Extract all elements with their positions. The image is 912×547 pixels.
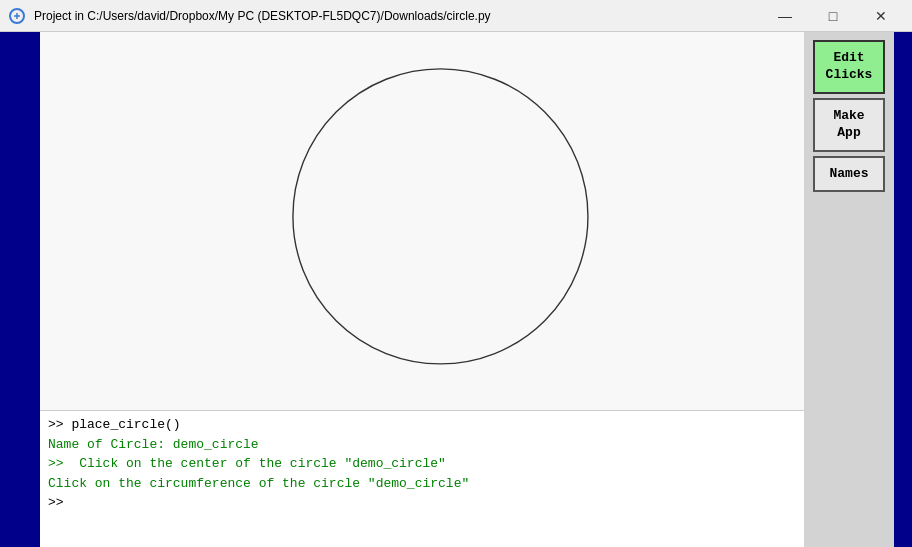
- drawing-canvas[interactable]: [40, 32, 804, 410]
- titlebar: Project in C:/Users/david/Dropbox/My PC …: [0, 0, 912, 32]
- window-controls: — □ ✕: [762, 2, 904, 30]
- console-line-1: >> place_circle(): [48, 415, 796, 435]
- right-edge: [894, 32, 912, 547]
- console-line-4: Click on the circumference of the circle…: [48, 474, 796, 494]
- make-app-button[interactable]: MakeApp: [813, 98, 885, 152]
- right-sidebar: EditClicks MakeApp Names: [804, 32, 894, 547]
- names-button[interactable]: Names: [813, 156, 885, 193]
- edit-clicks-button[interactable]: EditClicks: [813, 40, 885, 94]
- svg-point-1: [293, 69, 588, 364]
- console-area: >> place_circle() Name of Circle: demo_c…: [40, 410, 804, 547]
- app-icon: [8, 7, 26, 25]
- window-title: Project in C:/Users/david/Dropbox/My PC …: [34, 9, 754, 23]
- minimize-button[interactable]: —: [762, 2, 808, 30]
- close-button[interactable]: ✕: [858, 2, 904, 30]
- console-line-5: >>: [48, 493, 796, 513]
- console-line-2: Name of Circle: demo_circle: [48, 435, 796, 455]
- console-line-3: >> Click on the center of the circle "de…: [48, 454, 796, 474]
- canvas-area: >> place_circle() Name of Circle: demo_c…: [40, 32, 804, 547]
- main-container: >> place_circle() Name of Circle: demo_c…: [0, 32, 912, 547]
- left-sidebar: [0, 32, 40, 547]
- maximize-button[interactable]: □: [810, 2, 856, 30]
